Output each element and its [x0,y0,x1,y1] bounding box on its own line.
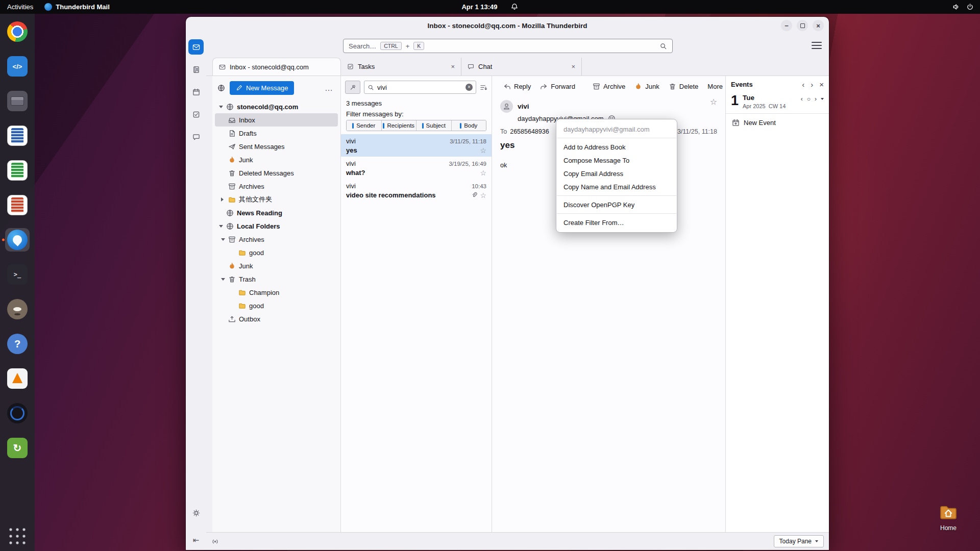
folder-junk[interactable]: Junk [215,153,338,166]
folder-inbox[interactable]: Inbox [215,113,338,127]
dock-media-app-icon[interactable] [5,402,30,425]
folder-account-qq[interactable]: stonecold@qq.com [215,100,338,113]
space-mail-button[interactable] [188,39,204,55]
filter-subject-button[interactable]: Subject [416,120,452,131]
folder-trash[interactable]: Trash [215,272,338,286]
day-prev-icon[interactable]: ‹ [801,95,803,103]
close-button[interactable]: × [813,20,824,31]
star-icon[interactable]: ☆ [480,147,486,154]
menu-discover-openpgp-key[interactable]: Discover OpenPGP Key [556,198,677,211]
events-close-icon[interactable]: × [819,80,824,89]
collapse-spaces-button[interactable]: ⇤ [193,536,200,545]
filter-recipients-button[interactable]: Recipients [382,120,417,131]
menu-compose-message-to[interactable]: Compose Message To [556,154,677,167]
chevron-down-icon[interactable] [219,225,223,228]
star-icon[interactable]: ☆ [480,169,486,177]
star-icon[interactable]: ☆ [480,192,486,199]
filter-sender-button[interactable]: Sender [347,120,382,131]
folder-other[interactable]: 其他文件夹 [215,193,338,206]
message-star-icon[interactable]: ☆ [710,98,717,106]
folder-account-news[interactable]: News Reading [215,206,338,219]
dock-help-icon[interactable]: ? [5,332,30,356]
quick-filter-search-input[interactable]: vivi × [364,81,476,94]
dock-impress-icon[interactable] [5,193,30,217]
menu-copy-name-and-email[interactable]: Copy Name and Email Address [556,180,677,193]
window-titlebar[interactable]: Inbox - stonecold@qq.com - Mozilla Thund… [186,17,829,34]
new-event-button[interactable]: New Event [726,114,829,132]
folder-trash-champion[interactable]: Champion [215,286,338,299]
folder-archives[interactable]: Archives [215,180,338,193]
chat-status-icon[interactable] [211,538,219,545]
folder-archives-good[interactable]: good [215,246,338,259]
new-message-button[interactable]: New Message [230,81,294,95]
message-row-video[interactable]: vivi10:43 video site recommendations ☆ [341,179,492,202]
menu-add-to-address-book[interactable]: Add to Address Book [556,140,677,154]
maximize-button[interactable] [797,20,808,31]
folder-pane-options-button[interactable]: … [323,84,335,93]
show-applications-icon[interactable] [8,527,27,546]
folder-outbox[interactable]: Outbox [215,312,338,325]
chevron-right-icon[interactable] [221,197,225,202]
system-status-area[interactable] [952,0,974,14]
reply-button[interactable]: Reply [499,80,535,93]
chevron-down-icon[interactable] [221,278,225,281]
dock-writer-icon[interactable] [5,124,30,147]
recipient-address[interactable]: 26585648936 [510,128,549,135]
events-prev-icon[interactable]: ‹ [802,80,804,89]
message-row-what[interactable]: vivi3/19/25, 16:49 what? ☆ [341,157,492,179]
dock-calc-icon[interactable] [5,159,30,182]
tab-inbox[interactable]: Inbox - stonecold@qq.com [212,58,341,76]
today-icon[interactable]: ○ [807,95,811,103]
folder-local-junk[interactable]: Junk [215,259,338,272]
events-next-icon[interactable]: › [811,80,813,89]
close-tab-icon[interactable]: × [564,63,575,70]
folder-trash-good[interactable]: good [215,299,338,312]
dock-software-updater-icon[interactable]: ↻ [5,436,30,460]
tab-tasks[interactable]: Tasks × [341,58,461,76]
dock-terminal-icon[interactable]: >_ [5,263,30,286]
sender-name[interactable]: vivi [518,103,529,110]
menu-create-filter-from[interactable]: Create Filter From… [556,216,677,229]
space-tasks-button[interactable] [188,107,204,122]
folder-deleted[interactable]: Deleted Messages [215,166,338,180]
dock-gimp-icon[interactable] [5,297,30,321]
settings-button[interactable] [188,505,204,520]
message-row-yes[interactable]: vivi3/11/25, 11:18 yes ☆ [341,134,492,157]
focused-app-menu[interactable]: Thunderbird Mail [44,3,109,11]
quick-filter-pin-button[interactable] [345,81,360,94]
close-tab-icon[interactable]: × [444,63,455,70]
menu-copy-email-address[interactable]: Copy Email Address [556,167,677,180]
clear-search-icon[interactable]: × [465,84,473,91]
clock-menu[interactable]: Apr 1 13:49 [461,0,518,14]
folder-sent[interactable]: Sent Messages [215,140,338,153]
space-chat-button[interactable] [188,129,204,144]
app-menu-button[interactable] [812,41,822,50]
dock-vlc-icon[interactable] [5,367,30,390]
chevron-down-icon[interactable] [221,238,225,241]
space-addressbook-button[interactable] [188,62,204,77]
sender-avatar[interactable] [500,100,513,113]
filter-body-button[interactable]: Body [452,120,486,131]
chevron-down-icon[interactable] [821,98,824,100]
folder-local-archives[interactable]: Archives [215,233,338,246]
message-list-options-icon[interactable] [480,84,487,91]
dock-files-icon[interactable] [5,89,30,113]
chevron-down-icon[interactable] [219,106,223,108]
today-pane-toggle-button[interactable]: Today Pane [774,535,824,547]
activities-button[interactable]: Activities [7,3,33,11]
global-search-input[interactable]: Search… CTRL + K [343,39,673,53]
delete-button[interactable]: Delete [665,80,703,93]
dock-thunderbird-icon[interactable] [5,228,30,252]
space-calendar-button[interactable] [188,84,204,99]
folder-drafts[interactable]: Drafts [215,127,338,140]
forward-button[interactable]: Forward [536,80,579,93]
home-folder-shortcut[interactable]: Home [932,502,965,532]
tab-chat[interactable]: Chat × [461,58,582,76]
folder-account-local[interactable]: Local Folders [215,219,338,233]
day-next-icon[interactable]: › [815,95,817,103]
dock-chrome-icon[interactable] [5,20,30,43]
archive-button[interactable]: Archive [589,80,629,93]
junk-button[interactable]: Junk [630,80,663,93]
dock-vscode-icon[interactable]: </> [5,55,30,78]
minimize-button[interactable]: − [781,20,792,31]
